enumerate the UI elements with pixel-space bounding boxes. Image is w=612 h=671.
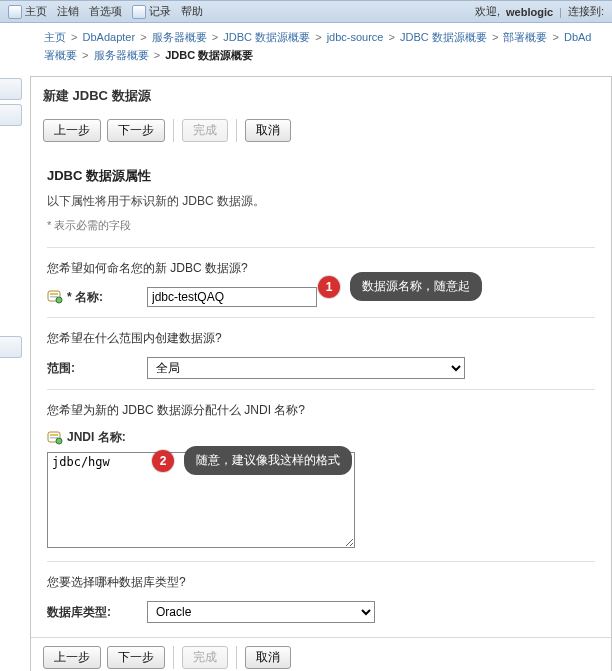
section-heading: JDBC 数据源属性 xyxy=(47,167,595,185)
nav-prefs[interactable]: 首选项 xyxy=(89,4,122,19)
crumb[interactable]: 部署概要 xyxy=(503,31,547,43)
breadcrumb: 主页 > DbAdapter > 服务器概要 > JDBC 数据源概要 > jd… xyxy=(0,23,612,68)
scope-label: 范围: xyxy=(47,360,75,377)
crumb[interactable]: JDBC 数据源概要 xyxy=(400,31,487,43)
dbtype-select[interactable]: Oracle xyxy=(147,601,375,623)
name-field-row: * 名称: xyxy=(47,287,595,307)
svg-rect-5 xyxy=(50,434,58,436)
top-button-row: 上一步 下一步 完成 取消 xyxy=(31,111,611,151)
svg-point-7 xyxy=(56,438,62,444)
crumb[interactable]: JDBC 数据源概要 xyxy=(223,31,310,43)
nav-record-label: 记录 xyxy=(149,4,171,19)
dbtype-label: 数据库类型: xyxy=(47,604,111,621)
crumb[interactable]: 服务器概要 xyxy=(94,49,149,61)
finish-button: 完成 xyxy=(182,646,228,669)
welcome-user: weblogic xyxy=(506,6,553,18)
home-icon xyxy=(8,5,22,19)
svg-rect-2 xyxy=(50,296,58,298)
jndi-textarea[interactable] xyxy=(47,452,355,548)
main-panel: 新建 JDBC 数据源 上一步 下一步 完成 取消 JDBC 数据源属性 以下属… xyxy=(30,76,612,671)
question-jndi: 您希望为新的 JDBC 数据源分配什么 JNDI 名称? xyxy=(47,402,595,419)
name-label: * 名称: xyxy=(67,289,103,306)
bottom-button-row: 上一步 下一步 完成 取消 xyxy=(31,637,611,671)
required-hint: * 表示必需的字段 xyxy=(47,218,595,233)
nav-logout[interactable]: 注销 xyxy=(57,4,79,19)
question-scope: 您希望在什么范围内创建数据源? xyxy=(47,330,595,347)
nav-help[interactable]: 帮助 xyxy=(181,4,203,19)
crumb-current: JDBC 数据源概要 xyxy=(165,49,253,61)
scope-field-row: 范围: 全局 xyxy=(47,357,595,379)
scope-select[interactable]: 全局 xyxy=(147,357,465,379)
top-nav: 主页 注销 首选项 记录 帮助 欢迎, weblogic | 连接到: xyxy=(0,0,612,23)
next-button[interactable]: 下一步 xyxy=(107,119,165,142)
svg-rect-6 xyxy=(50,437,58,439)
question-dbtype: 您要选择哪种数据库类型? xyxy=(47,574,595,591)
jndi-label: JNDI 名称: xyxy=(67,429,126,446)
connected-label: 连接到: xyxy=(568,4,604,19)
dbtype-field-row: 数据库类型: Oracle xyxy=(47,601,595,623)
svg-rect-1 xyxy=(50,293,58,295)
back-button[interactable]: 上一步 xyxy=(43,119,101,142)
welcome-label: 欢迎, xyxy=(475,4,500,19)
back-button[interactable]: 上一步 xyxy=(43,646,101,669)
panel-title: 新建 JDBC 数据源 xyxy=(31,77,611,111)
record-icon xyxy=(132,5,146,19)
crumb[interactable]: 主页 xyxy=(44,31,66,43)
finish-button: 完成 xyxy=(182,119,228,142)
nav-home-label: 主页 xyxy=(25,4,47,19)
question-name: 您希望如何命名您的新 JDBC 数据源? xyxy=(47,260,595,277)
info-icon[interactable] xyxy=(47,430,63,446)
cancel-button[interactable]: 取消 xyxy=(245,646,291,669)
nav-home[interactable]: 主页 xyxy=(8,4,47,19)
crumb[interactable]: 服务器概要 xyxy=(152,31,207,43)
next-button[interactable]: 下一步 xyxy=(107,646,165,669)
section-desc: 以下属性将用于标识新的 JDBC 数据源。 xyxy=(47,193,595,210)
crumb[interactable]: DbAdapter xyxy=(83,31,136,43)
form-body: JDBC 数据源属性 以下属性将用于标识新的 JDBC 数据源。 * 表示必需的… xyxy=(31,151,611,637)
info-icon[interactable] xyxy=(47,289,63,305)
crumb[interactable]: 署概要 xyxy=(44,49,77,61)
name-input[interactable] xyxy=(147,287,317,307)
crumb[interactable]: DbAd xyxy=(564,31,592,43)
nav-record[interactable]: 记录 xyxy=(132,4,171,19)
cancel-button[interactable]: 取消 xyxy=(245,119,291,142)
crumb[interactable]: jdbc-source xyxy=(327,31,384,43)
svg-point-3 xyxy=(56,297,62,303)
